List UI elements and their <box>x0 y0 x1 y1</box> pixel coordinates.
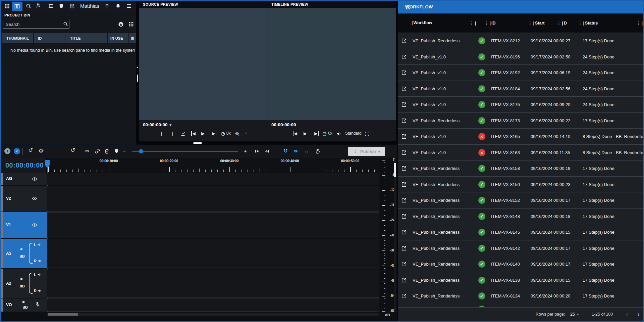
track-header-v2[interactable]: V2 <box>1 186 47 212</box>
track-drag-handle[interactable] <box>1 212 3 238</box>
insert-left-icon[interactable] <box>254 148 260 154</box>
track-header-v1[interactable]: V1 <box>1 212 47 238</box>
mic-muted-icon[interactable] <box>35 302 40 307</box>
column-header-thumbnail[interactable]: THUMBNAIL <box>2 33 33 43</box>
layers-icon[interactable] <box>38 148 44 154</box>
source-timecode[interactable]: 00:00:00:00 <box>143 122 171 127</box>
effects-icon[interactable]: fx <box>37 3 40 8</box>
zoom-in-icon[interactable] <box>235 131 240 136</box>
track-lane-vo[interactable] <box>47 298 379 312</box>
skip-back-button[interactable] <box>293 131 297 136</box>
archive-icon[interactable] <box>69 3 75 9</box>
channel-left[interactable]: L <box>34 273 41 277</box>
channel-right[interactable]: R <box>34 259 42 263</box>
cut-icon[interactable] <box>85 148 90 154</box>
prev-page-button[interactable] <box>626 310 628 318</box>
play-button[interactable] <box>201 131 205 136</box>
open-workflow-icon[interactable] <box>401 261 407 267</box>
track-header-a2[interactable]: A2 dB L R <box>1 269 47 298</box>
column-header-status[interactable]: Status <box>578 20 598 26</box>
column-header-workflow[interactable]: Workflow <box>412 20 432 25</box>
fullscreen-icon[interactable] <box>365 131 370 136</box>
speed-gauge-icon[interactable] <box>220 131 225 136</box>
workflow-row[interactable]: VE_Publish_v1.0✓ITEM-VX-819609/17/2024 0… <box>398 49 643 65</box>
speed-gauge-icon[interactable] <box>322 131 327 136</box>
workflow-row[interactable]: VE_Publish_Renderless✓ITEM-VX-814509/16/… <box>398 224 643 240</box>
magnet-snap-icon[interactable] <box>283 148 288 154</box>
refresh-icon[interactable] <box>405 4 411 10</box>
track-drag-handle[interactable] <box>1 186 3 212</box>
track-drag-handle[interactable] <box>1 298 3 312</box>
skip-forward-button[interactable] <box>212 131 216 136</box>
overwrite-right-icon[interactable] <box>264 148 270 154</box>
column-header-id[interactable]: ID <box>34 33 65 43</box>
column-header-start[interactable]: Start <box>528 20 544 26</box>
track-lane-v1[interactable] <box>47 212 379 238</box>
collapse-panel-icon[interactable] <box>137 66 138 69</box>
marker-icon[interactable] <box>114 148 119 153</box>
trim-icon[interactable] <box>304 148 309 154</box>
workflow-row[interactable]: VE_Publish_v1.0✓ITEM-VX-819209/17/2024 1… <box>398 65 643 81</box>
settings-sliders-icon[interactable] <box>48 3 53 9</box>
open-workflow-icon[interactable] <box>401 150 407 155</box>
skip-forward-button[interactable] <box>314 131 319 136</box>
workflow-row[interactable]: VE_Publish_Renderless✓ITEM-VX-821209/18/… <box>398 33 643 49</box>
select-check-icon[interactable]: ✓ <box>14 148 20 154</box>
open-workflow-icon[interactable] <box>401 293 407 299</box>
quality-selector[interactable]: Standard <box>345 131 362 136</box>
skip-back-button[interactable] <box>191 131 196 136</box>
mute-speaker-icon[interactable] <box>19 247 24 251</box>
undo-icon[interactable] <box>28 148 33 153</box>
open-workflow-icon[interactable] <box>401 214 407 219</box>
info-icon[interactable]: i <box>4 148 10 154</box>
history-undo-icon[interactable] <box>70 148 75 153</box>
track-lane-a2[interactable] <box>47 269 379 298</box>
workflow-row[interactable]: VE_Publish_v1.0×ITEM-VX-816309/16/2024 1… <box>398 145 643 161</box>
open-workflow-icon[interactable] <box>401 118 407 124</box>
shield-icon[interactable] <box>59 3 64 9</box>
volume-db-label[interactable]: dB <box>23 305 28 309</box>
channel-right[interactable]: R <box>34 289 42 293</box>
workflow-row[interactable]: VE_Publish_Renderless✓ITEM-VX-817309/16/… <box>398 113 643 129</box>
open-workflow-icon[interactable] <box>401 38 407 44</box>
import-media-icon[interactable] <box>118 21 124 27</box>
volume-db-label[interactable]: dB <box>20 254 25 258</box>
splitter-drag-handle[interactable] <box>137 75 138 82</box>
media-bin-tab[interactable] <box>12 2 22 11</box>
mute-speaker-icon[interactable] <box>19 277 24 281</box>
zoom-out-button[interactable] <box>123 148 126 154</box>
workflow-row[interactable]: VE_Publish_v1.0✓ITEM-VX-817509/16/2024 0… <box>398 97 643 113</box>
open-workflow-icon[interactable] <box>401 229 407 235</box>
visibility-eye-icon[interactable] <box>32 222 38 228</box>
mark-out-button[interactable] <box>172 131 173 136</box>
workflow-row[interactable]: VE_Publish_Renderless✓ITEM-VX-814009/16/… <box>398 256 643 272</box>
track-drag-handle[interactable] <box>1 239 3 268</box>
vertical-scrollbar[interactable] <box>394 159 396 312</box>
more-options-icon[interactable] <box>244 131 248 136</box>
grid-view-icon[interactable] <box>128 21 134 27</box>
column-divider[interactable] <box>636 20 643 26</box>
open-workflow-icon[interactable] <box>401 102 407 107</box>
column-header-title[interactable]: TITLE <box>65 33 107 43</box>
column-header-inuse[interactable]: IN USE <box>108 33 128 43</box>
workflow-row[interactable]: VE_Publish_Renderless✓ITEM-VX-813409/16/… <box>398 288 643 304</box>
volume-db-label[interactable]: dB <box>20 284 25 288</box>
insert-clip-icon[interactable] <box>180 131 185 136</box>
open-workflow-icon[interactable] <box>401 70 407 76</box>
column-header-duration[interactable]: D <box>557 20 567 26</box>
zoom-slider-handle[interactable] <box>139 149 143 153</box>
workflow-row[interactable]: VE_Publish_Renderless✓ITEM-VX-814209/16/… <box>398 240 643 257</box>
track-lane-v2[interactable] <box>47 186 379 212</box>
workflow-row[interactable]: VE_Publish_Renderless✓ITEM-VX-815209/16/… <box>398 192 643 209</box>
scrollbar-thumb[interactable] <box>48 313 78 316</box>
zoom-in-button[interactable] <box>244 148 247 154</box>
open-workflow-icon[interactable] <box>401 182 407 187</box>
open-workflow-icon[interactable] <box>401 197 407 203</box>
mute-speaker-icon[interactable] <box>21 300 26 304</box>
horizontal-scrollbar[interactable] <box>47 313 379 316</box>
workflow-row[interactable]: VE_Publish_Renderless✓ITEM-VX-814809/16/… <box>398 209 643 225</box>
open-workflow-icon[interactable] <box>401 86 407 92</box>
user-name[interactable]: Matthias <box>80 3 99 9</box>
track-drag-handle[interactable] <box>1 173 3 185</box>
open-workflow-icon[interactable] <box>401 166 407 171</box>
